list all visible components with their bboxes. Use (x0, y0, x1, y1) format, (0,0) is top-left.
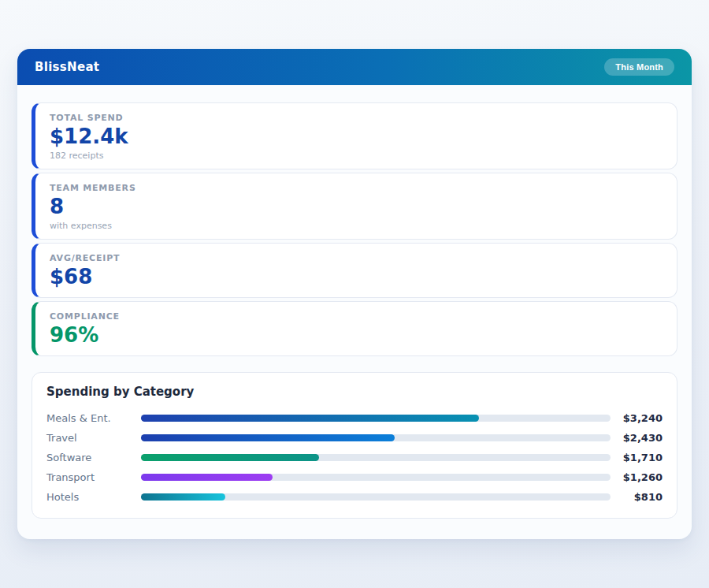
bar-fill (141, 434, 395, 441)
chart-title: Spending by Category (46, 385, 663, 399)
stat-value: $68 (50, 266, 663, 289)
stat-card: TOTAL SPEND $12.4k 182 receipts (32, 102, 677, 169)
stat-label: AVG/RECEIPT (50, 253, 663, 263)
stat-value: 8 (50, 195, 663, 219)
category-value: $3,240 (611, 412, 663, 424)
bar-track (141, 474, 611, 481)
period-badge[interactable]: This Month (604, 58, 674, 76)
stat-value: $12.4k (50, 125, 663, 149)
bar-fill (141, 474, 273, 481)
stat-label: COMPLIANCE (50, 311, 663, 322)
stat-card: COMPLIANCE 96% (32, 301, 677, 356)
stat-subtext: with expenses (50, 221, 663, 231)
stat-cards: TOTAL SPEND $12.4k 182 receipts TEAM MEM… (32, 102, 677, 356)
bar-fill (141, 493, 225, 501)
chart-row: Hotels $810 (46, 487, 663, 507)
category-label: Transport (46, 471, 141, 483)
category-label: Hotels (46, 491, 141, 503)
category-label: Travel (46, 432, 141, 444)
bar-fill (141, 415, 479, 422)
chart-row: Software $1,710 (46, 448, 663, 467)
chart-row: Transport $1,260 (46, 467, 663, 487)
stat-card: TEAM MEMBERS 8 with expenses (32, 173, 677, 240)
app-header: BlissNeat This Month (17, 49, 692, 85)
category-value: $2,430 (611, 432, 663, 444)
bar-track (141, 454, 611, 461)
bar-track (141, 434, 611, 441)
category-label: Meals & Ent. (46, 412, 141, 424)
category-value: $810 (611, 491, 663, 503)
stat-value: 96% (50, 324, 663, 348)
category-value: $1,710 (611, 452, 663, 463)
spending-chart-card: Spending by Category Meals & Ent. $3,240… (32, 372, 677, 519)
category-label: Software (46, 452, 141, 463)
chart-row: Meals & Ent. $3,240 (46, 408, 663, 428)
chart-row: Travel $2,430 (46, 428, 663, 448)
app-title: BlissNeat (35, 60, 99, 74)
chart-rows: Meals & Ent. $3,240 Travel $2,430 Softwa… (46, 408, 663, 507)
stat-card: AVG/RECEIPT $68 (32, 243, 677, 298)
bar-fill (141, 454, 319, 461)
category-value: $1,260 (611, 471, 663, 483)
stat-subtext: 182 receipts (50, 151, 663, 161)
stat-label: TOTAL SPEND (50, 113, 663, 123)
bar-track (141, 415, 611, 422)
stat-label: TEAM MEMBERS (50, 183, 663, 193)
bar-track (141, 493, 611, 501)
main-content: TOTAL SPEND $12.4k 182 receipts TEAM MEM… (17, 85, 692, 519)
app-window: BlissNeat This Month TOTAL SPEND $12.4k … (17, 49, 692, 539)
